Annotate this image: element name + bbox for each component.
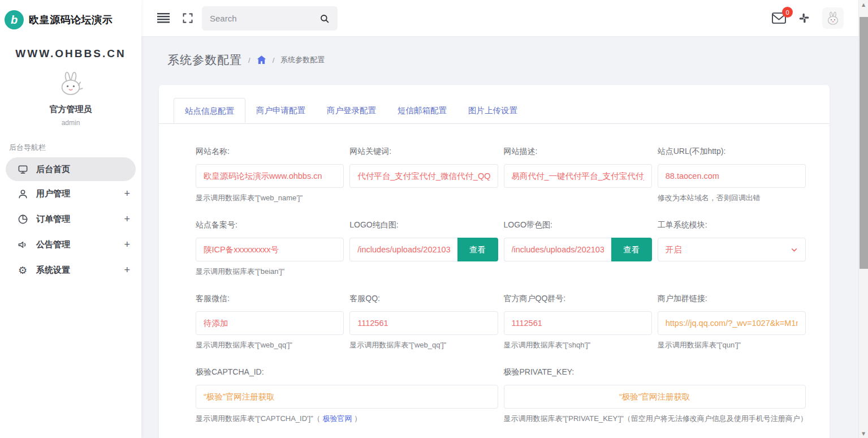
rabbit-avatar-icon	[54, 67, 87, 100]
field-helper: 显示调用数据库表"['web_name']"	[196, 193, 344, 203]
tab-merchant-login[interactable]: 商户登录配置	[316, 98, 387, 123]
geetest-private-key-input[interactable]: “极验”官网注册获取	[504, 385, 806, 409]
home-icon[interactable]	[257, 55, 266, 65]
brand[interactable]: b 欧皇源码论坛演示	[0, 0, 141, 33]
field-helper: 显示调用数据库表"['qun']"	[658, 340, 806, 350]
sidebar-item-users[interactable]: 用户管理 +	[0, 181, 141, 207]
expand-plus-icon[interactable]: +	[124, 188, 130, 200]
vertical-scrollbar[interactable]: ▲ ▼	[858, 0, 868, 438]
field-label: 客服QQ:	[349, 294, 498, 304]
site-name-input[interactable]: 欧皇源码论坛演示www.ohbbs.cn	[196, 164, 344, 188]
page-title: 系统参数配置	[167, 52, 242, 68]
geetest-captcha-id-input[interactable]: “极验”官网注册获取	[196, 385, 498, 409]
breadcrumb-separator: /	[273, 56, 275, 65]
logo-color-input[interactable]: /includes/uploads/2021031	[504, 238, 611, 261]
sidebar-item-label: 后台首页	[36, 164, 70, 175]
site-url-field: 站点URL(不加http): 88.taocen.com 修改为本站域名，否则回…	[658, 147, 806, 203]
expand-plus-icon[interactable]: +	[124, 213, 130, 225]
icp-number-field: 站点备案号: 陕ICP备xxxxxxxxx号 显示调用数据库表"['beian'…	[196, 220, 344, 277]
geetest-captcha-id-field: 极验CAPTCHA_ID: “极验”官网注册获取 显示调用数据库表"['CAPT…	[196, 367, 498, 424]
field-label: 商户加群链接:	[658, 294, 806, 304]
breadcrumb-separator: /	[248, 56, 251, 65]
user-menu-avatar[interactable]	[822, 7, 844, 29]
logo-color-field: LOGO带色图: /includes/uploads/2021031 查看	[504, 220, 652, 277]
logo-white-input[interactable]: /includes/uploads/2021031	[349, 238, 457, 261]
field-label: 极验PRIVATE_KEY:	[504, 367, 806, 377]
mail-button[interactable]: 0	[772, 12, 786, 24]
tab-site-info[interactable]: 站点信息配置	[174, 98, 245, 123]
sidebar: b 欧皇源码论坛演示 WWW.OHBBS.CN 官方管理员 admin 后台导航…	[0, 0, 141, 438]
field-label: 网站描述:	[504, 147, 652, 157]
search-box	[202, 6, 338, 31]
pie-chart-icon	[17, 214, 28, 225]
brand-logo-icon: b	[5, 10, 24, 29]
scrollbar-thumb[interactable]	[860, 17, 868, 269]
ticket-module-select[interactable]: 开启	[658, 238, 806, 261]
field-label: 网站关键词:	[349, 147, 498, 157]
view-logo-color-button[interactable]: 查看	[611, 238, 652, 261]
service-qq-field: 客服QQ: 1112561 显示调用数据库表"['web_qq']"	[349, 294, 498, 350]
field-label: 极验CAPTCHA_ID:	[196, 367, 498, 377]
geetest-site-link[interactable]: 极验官网	[322, 414, 352, 423]
user-icon	[17, 188, 28, 200]
field-helper: 修改为本站域名，否则回调出错	[658, 193, 806, 203]
sidebar-item-orders[interactable]: 订单管理 +	[0, 207, 141, 232]
sidebar-item-label: 用户管理	[36, 188, 70, 199]
user-role: admin	[0, 119, 141, 127]
service-qq-input[interactable]: 1112561	[349, 311, 498, 335]
merchant-qq-group-input[interactable]: 1112561	[504, 311, 652, 335]
site-keywords-field: 网站关键词: 代付平台_支付宝代付_微信代付_QQf	[349, 147, 498, 203]
field-helper: 显示调用数据库表"['web_qq']"	[196, 340, 344, 350]
sidebar-item-settings[interactable]: ⚙ 系统设置 +	[0, 257, 141, 283]
fullscreen-icon[interactable]	[181, 11, 195, 25]
site-info-form: 网站名称: 欧皇源码论坛演示www.ohbbs.cn 显示调用数据库表"['we…	[159, 124, 830, 438]
geetest-private-key-field: 极验PRIVATE_KEY: “极验”官网注册获取 显示调用数据库表"['PRI…	[504, 367, 806, 424]
chevron-down-icon	[791, 246, 798, 254]
site-description-input[interactable]: 易商代付_一键代付平台_支付宝代付_	[504, 164, 652, 188]
ticket-module-field: 工单系统模块: 开启	[658, 220, 806, 277]
tab-sms-email[interactable]: 短信邮箱配置	[387, 98, 457, 123]
menu-toggle-icon[interactable]	[157, 12, 170, 24]
breadcrumb-current: 系统参数配置	[280, 55, 325, 65]
field-helper: 显示调用数据库表"['web_qq']"	[349, 340, 498, 350]
field-label: LOGO带色图:	[504, 220, 652, 230]
expand-plus-icon[interactable]: +	[124, 239, 130, 251]
site-url-input[interactable]: 88.taocen.com	[658, 164, 806, 188]
scroll-up-arrow-icon[interactable]: ▲	[859, 0, 868, 9]
site-keywords-input[interactable]: 代付平台_支付宝代付_微信代付_QQf	[349, 164, 498, 188]
service-wechat-field: 客服微信: 待添加 显示调用数据库表"['web_qq']"	[196, 294, 344, 350]
mail-badge: 0	[782, 7, 793, 18]
field-label: 站点URL(不加http):	[658, 147, 806, 157]
sidebar-item-label: 系统设置	[36, 265, 70, 276]
field-label: 网站名称:	[196, 147, 344, 157]
sidebar-avatar	[0, 67, 141, 100]
search-input[interactable]	[210, 14, 306, 23]
main-content: 系统参数配置 / / 系统参数配置 站点信息配置 商户申请配置 商户登录配置 短…	[141, 36, 868, 438]
field-label: 工单系统模块:	[658, 220, 806, 230]
expand-plus-icon[interactable]: +	[124, 264, 130, 276]
field-helper: 显示调用数据库表"['CAPTCHA_ID']"（ 极验官网 ）	[196, 414, 498, 424]
apps-button[interactable]	[798, 12, 810, 24]
tab-image-upload[interactable]: 图片上传设置	[457, 98, 528, 123]
service-wechat-input[interactable]: 待添加	[196, 311, 344, 335]
gear-icon: ⚙	[17, 265, 28, 276]
site-name-field: 网站名称: 欧皇源码论坛演示www.ohbbs.cn 显示调用数据库表"['we…	[196, 147, 344, 203]
icp-number-input[interactable]: 陕ICP备xxxxxxxxx号	[196, 238, 344, 261]
apps-grid-icon	[798, 12, 810, 24]
field-label: LOGO纯白图:	[349, 220, 498, 230]
field-helper: 显示调用数据库表"['beian']"	[196, 267, 344, 277]
site-name: WWW.OHBBS.CN	[0, 48, 141, 60]
logo-white-field: LOGO纯白图: /includes/uploads/2021031 查看	[349, 220, 498, 277]
sidebar-item-announcements[interactable]: 公告管理 +	[0, 232, 141, 257]
merchant-qq-group-field: 官方商户QQ群号: 1112561 显示调用数据库表"['shqh']"	[504, 294, 652, 350]
speaker-icon	[17, 239, 28, 251]
topbar-actions: 0	[772, 0, 844, 36]
tab-merchant-apply[interactable]: 商户申请配置	[245, 98, 316, 123]
monitor-icon	[17, 164, 28, 175]
search-icon[interactable]	[319, 14, 330, 24]
tab-bar: 站点信息配置 商户申请配置 商户登录配置 短信邮箱配置 图片上传设置	[159, 98, 830, 124]
view-logo-white-button[interactable]: 查看	[457, 238, 498, 261]
sidebar-item-dashboard[interactable]: 后台首页	[6, 157, 136, 181]
scroll-down-arrow-icon[interactable]: ▼	[859, 429, 868, 438]
group-link-input[interactable]: https://jq.qq.com/?_wv=1027&k=M1n	[658, 311, 806, 335]
